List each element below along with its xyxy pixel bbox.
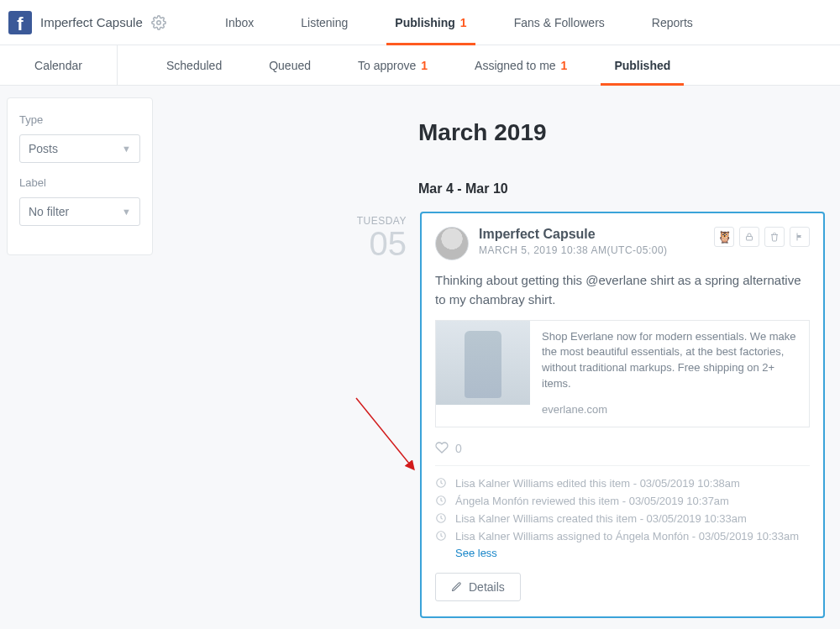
sub-nav: Calendar Scheduled Queued To approve 1 A…: [0, 45, 840, 86]
day-column: TUESDAY 05: [348, 212, 407, 260]
topnav-tabs: Inbox Listening Publishing 1 Fans & Foll…: [202, 0, 717, 45]
tab-label: Fans & Followers: [514, 16, 605, 29]
tab-label: Listening: [301, 16, 348, 29]
account-block: f Imperfect Capsule: [8, 11, 202, 34]
content-body: Type Posts ▼ Label No filter ▼ March 201…: [0, 86, 840, 629]
history-text: Lisa Kalner Williams created this item -…: [455, 512, 747, 525]
subtab-badge: 1: [421, 59, 428, 72]
tab-listening[interactable]: Listening: [277, 0, 371, 45]
tab-label: Publishing: [395, 16, 455, 29]
link-domain: everlane.com: [542, 402, 797, 418]
subtab-published[interactable]: Published: [591, 45, 694, 85]
history-text: Ángela Monfón reviewed this item - 03/05…: [455, 495, 729, 507]
account-name: Imperfect Capsule: [40, 15, 143, 29]
tab-label: Reports: [652, 16, 693, 29]
history-row: Lisa Kalner Williams created this item -…: [435, 510, 810, 527]
filter-sidebar: Type Posts ▼ Label No filter ▼: [0, 86, 160, 629]
avatar: [435, 227, 469, 260]
clock-icon: [435, 477, 447, 489]
subtab-label: To approve: [358, 59, 416, 72]
top-nav: f Imperfect Capsule Inbox Listening Publ…: [0, 0, 840, 45]
week-range: Mar 4 - Mar 10: [418, 181, 825, 197]
history-text: Lisa Kalner Williams assigned to Ángela …: [455, 530, 799, 543]
history-list: Lisa Kalner Williams edited this item - …: [435, 466, 810, 569]
post-header-text: Imperfect Capsule MARCH 5, 2019 10:38 AM…: [479, 227, 704, 256]
subnav-calendar[interactable]: Calendar: [0, 45, 118, 85]
svg-rect-2: [747, 237, 753, 241]
reactions-bar: 0: [435, 436, 810, 466]
clock-icon: [435, 530, 447, 542]
subtab-label: Published: [614, 59, 670, 72]
history-row: Lisa Kalner Williams edited this item - …: [435, 474, 810, 492]
month-title: March 2019: [418, 119, 825, 146]
svg-point-0: [156, 20, 160, 24]
tab-publishing[interactable]: Publishing 1: [371, 0, 490, 45]
clock-icon: [435, 495, 447, 506]
filter-label-select[interactable]: No filter ▼: [19, 197, 140, 226]
settings-gear-icon[interactable]: [151, 15, 166, 30]
subtab-label: Assigned to me: [475, 59, 556, 72]
reactions-count: 0: [455, 442, 462, 455]
filter-type-label: Type: [19, 113, 140, 126]
subtab-label: Scheduled: [166, 59, 222, 72]
filter-type-value: Posts: [29, 142, 58, 155]
tab-fans-followers[interactable]: Fans & Followers: [491, 0, 628, 45]
post-author: Imperfect Capsule: [479, 227, 704, 242]
history-text: Lisa Kalner Williams edited this item - …: [455, 477, 740, 490]
subtab-badge: 1: [561, 59, 568, 72]
flag-icon[interactable]: [790, 227, 810, 247]
lock-icon[interactable]: [739, 227, 759, 247]
heart-icon[interactable]: [435, 441, 449, 457]
tab-reports[interactable]: Reports: [628, 0, 717, 45]
tab-inbox[interactable]: Inbox: [202, 0, 277, 45]
link-thumbnail: [436, 321, 530, 405]
filter-label-label: Label: [19, 176, 140, 189]
tab-badge: 1: [460, 16, 467, 29]
clock-icon: [435, 512, 447, 524]
history-row: Ángela Monfón reviewed this item - 03/05…: [435, 492, 810, 510]
history-row: Lisa Kalner Williams assigned to Ángela …: [435, 527, 810, 545]
details-label: Details: [469, 580, 505, 594]
chevron-down-icon: ▼: [122, 144, 131, 154]
post-card[interactable]: Imperfect Capsule MARCH 5, 2019 10:38 AM…: [420, 212, 825, 618]
post-body: Thinking about getting this @everlane sh…: [435, 270, 810, 310]
chevron-down-icon: ▼: [122, 207, 131, 217]
filter-label-value: No filter: [29, 205, 69, 218]
subnav-tabs: Scheduled Queued To approve 1 Assigned t…: [118, 45, 694, 85]
subtab-to-approve[interactable]: To approve 1: [334, 45, 451, 85]
filter-type-select[interactable]: Posts ▼: [19, 134, 140, 163]
app-badge-icon[interactable]: 🦉: [714, 227, 734, 247]
post-timestamp: MARCH 5, 2019 10:38 AM(UTC-05:00): [479, 244, 704, 256]
link-description: Shop Everlane now for modern essentials.…: [542, 329, 797, 392]
subtab-scheduled[interactable]: Scheduled: [143, 45, 245, 85]
link-meta: Shop Everlane now for modern essentials.…: [530, 321, 809, 427]
post-header: Imperfect Capsule MARCH 5, 2019 10:38 AM…: [435, 227, 810, 260]
details-button[interactable]: Details: [435, 573, 521, 601]
see-less-link[interactable]: See less: [455, 547, 810, 559]
day-row: TUESDAY 05 Imperfect Capsule MARCH 5, 20…: [175, 212, 825, 618]
subtab-queued[interactable]: Queued: [245, 45, 334, 85]
pencil-icon: [451, 581, 462, 592]
subnav-calendar-label: Calendar: [34, 59, 82, 72]
trash-icon[interactable]: [764, 227, 785, 247]
facebook-icon: f: [8, 11, 32, 34]
tab-label: Inbox: [225, 16, 254, 29]
subtab-label: Queued: [269, 59, 311, 72]
main-content: March 2019 Mar 4 - Mar 10 TUESDAY 05 Imp…: [160, 86, 840, 629]
link-preview[interactable]: Shop Everlane now for modern essentials.…: [435, 320, 810, 427]
day-number: 05: [348, 227, 407, 260]
post-actions: 🦉: [714, 227, 810, 247]
filter-card: Type Posts ▼ Label No filter ▼: [7, 97, 153, 255]
subtab-assigned-to-me[interactable]: Assigned to me 1: [451, 45, 591, 85]
